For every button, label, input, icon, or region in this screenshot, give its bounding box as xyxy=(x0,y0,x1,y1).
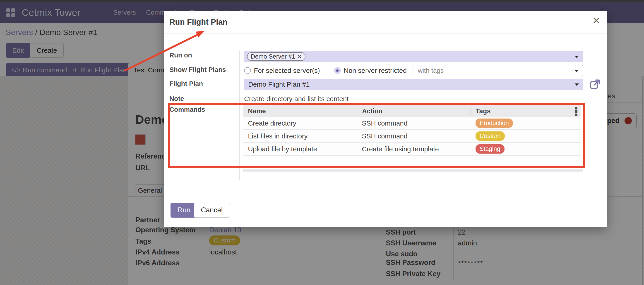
modal-header-divider xyxy=(164,33,607,34)
chevron-down-icon[interactable] xyxy=(575,56,579,58)
column-header-name[interactable]: Name xyxy=(243,107,357,115)
run-button[interactable]: Run xyxy=(170,203,198,218)
column-header-tags[interactable]: Tags xyxy=(470,107,580,115)
with-tags-dropdown[interactable]: with tags xyxy=(412,65,583,76)
radio-non-server-restricted-label[interactable]: Non server restricted xyxy=(344,67,407,74)
form-group-divider xyxy=(239,50,240,180)
horizontal-scrollbar[interactable] xyxy=(243,169,583,172)
run-on-select[interactable]: Demo Server #1 ✕ xyxy=(244,51,583,62)
close-icon[interactable]: ✕ xyxy=(592,16,600,25)
tag-remove-icon[interactable]: ✕ xyxy=(298,54,302,60)
show-flight-plans-label: Show Flight Plans xyxy=(170,66,226,73)
commands-table-header: Name Action Tags xyxy=(243,105,580,117)
table-row[interactable]: Upload file by template Create file usin… xyxy=(243,143,580,156)
column-header-action[interactable]: Action xyxy=(357,107,470,115)
table-row[interactable]: List files in directory SSH command Cust… xyxy=(243,130,580,143)
with-tags-placeholder: with tags xyxy=(418,67,444,74)
radio-non-server-restricted[interactable] xyxy=(334,67,341,74)
radio-selected-servers[interactable] xyxy=(244,67,251,74)
run-on-label: Run on xyxy=(170,51,192,59)
tag-badge-staging: Staging xyxy=(476,144,504,154)
chevron-down-icon[interactable] xyxy=(575,83,579,86)
table-row[interactable]: Create directory SSH command Production xyxy=(243,117,580,130)
external-link-icon[interactable] xyxy=(590,79,600,89)
flight-plan-select[interactable]: Demo Flight Plan #1 xyxy=(244,79,583,90)
run-flight-plan-modal: Run Flight Plan ✕ Run on Demo Server #1 … xyxy=(164,11,607,227)
chevron-down-icon[interactable] xyxy=(574,70,578,72)
tag-badge-custom: Custom xyxy=(476,131,505,141)
flight-plan-label: Flight Plan xyxy=(170,80,203,87)
modal-title: Run Flight Plan xyxy=(170,17,228,26)
radio-selected-servers-label[interactable]: For selected server(s) xyxy=(254,67,320,74)
screen: Cetmix Tower Servers Commands Files Tool… xyxy=(0,0,644,285)
note-label: Note xyxy=(170,95,184,102)
commands-label: Commands xyxy=(170,106,205,113)
optional-columns-icon[interactable] xyxy=(575,107,578,116)
commands-table: Name Action Tags Create directory SSH co… xyxy=(243,105,580,156)
modal-footer-divider xyxy=(164,197,607,197)
server-tag-pill[interactable]: Demo Server #1 ✕ xyxy=(247,52,306,61)
note-value: Create directory and list its content xyxy=(244,95,349,103)
cancel-button[interactable]: Cancel xyxy=(194,203,230,218)
tag-badge-production: Production xyxy=(476,119,513,128)
flight-plan-filter-radios: For selected server(s) Non server restri… xyxy=(244,66,407,75)
